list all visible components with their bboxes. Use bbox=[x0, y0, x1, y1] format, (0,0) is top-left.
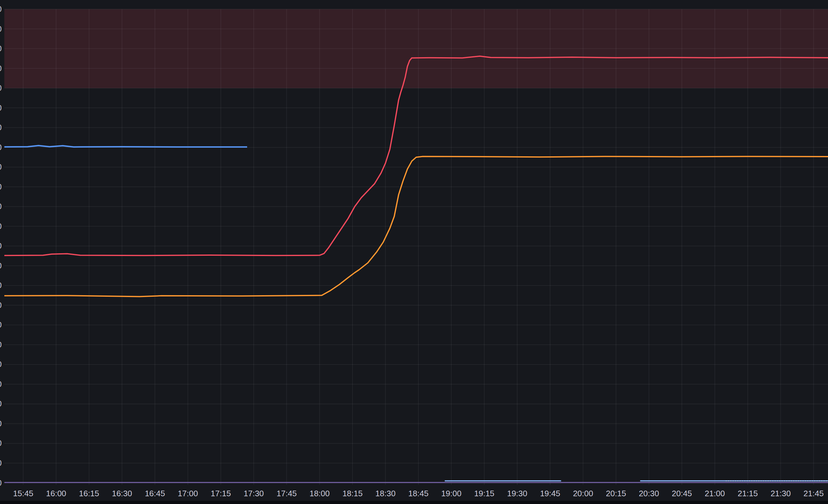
x-axis-label: 15:45 bbox=[13, 489, 33, 498]
x-axis-label: 20:30 bbox=[639, 489, 659, 498]
chart-canvas[interactable]: 15:4516:0016:1516:3016:4517:0017:1517:30… bbox=[0, 0, 828, 504]
y-axis-label-fragment: 0 bbox=[0, 459, 2, 467]
x-axis-labels: 15:4516:0016:1516:3016:4517:0017:1517:30… bbox=[13, 489, 824, 498]
x-axis-label: 16:00 bbox=[46, 489, 66, 498]
y-axis-label-fragment: 0 bbox=[0, 25, 2, 33]
x-axis-label: 18:15 bbox=[342, 489, 363, 498]
y-axis-label-fragment: 0 bbox=[0, 5, 2, 13]
x-axis-label: 17:45 bbox=[277, 489, 297, 498]
series-blue bbox=[3, 145, 247, 147]
x-axis-label: 21:15 bbox=[738, 489, 758, 498]
y-axis-label-fragment: 0 bbox=[0, 44, 2, 53]
y-axis-label-fragment: 0 bbox=[0, 202, 2, 211]
x-axis-label: 17:30 bbox=[244, 489, 264, 498]
x-axis-label: 21:30 bbox=[771, 489, 791, 498]
x-axis-label: 20:45 bbox=[672, 489, 692, 498]
y-axis-label-fragment: 0 bbox=[0, 222, 2, 230]
grafana-time-series-panel: 15:4516:0016:1516:3016:4517:0017:1517:30… bbox=[0, 0, 828, 504]
x-axis-label: 17:15 bbox=[211, 489, 231, 498]
y-axis-label-fragment: 0 bbox=[0, 84, 2, 92]
x-axis-label: 19:30 bbox=[507, 489, 527, 498]
y-axis-label-fragment: 0 bbox=[0, 360, 2, 369]
y-axis-label-fragment: 0 bbox=[0, 281, 2, 290]
x-axis-label: 21:45 bbox=[803, 489, 824, 498]
y-axis-label-fragment: 0 bbox=[0, 399, 2, 408]
y-axis-label-fragment: 0 bbox=[0, 242, 2, 250]
x-axis-label: 16:30 bbox=[112, 489, 132, 498]
y-axis-label-fragment: 0 bbox=[0, 478, 2, 487]
y-axis-label-fragment: 0 bbox=[0, 320, 2, 329]
x-axis-label: 19:00 bbox=[441, 489, 462, 498]
x-axis-label: 20:00 bbox=[573, 489, 593, 498]
y-axis-label-fragment: 0 bbox=[0, 340, 2, 349]
y-axis-clipped-labels: 0000000000000000000000000 bbox=[0, 5, 2, 487]
y-axis-label-fragment: 0 bbox=[0, 103, 2, 112]
y-axis-label-fragment: 0 bbox=[0, 123, 2, 132]
panel-bottom-edge bbox=[0, 501, 828, 504]
y-axis-label-fragment: 0 bbox=[0, 439, 2, 448]
x-axis-label: 21:00 bbox=[705, 489, 725, 498]
x-axis-label: 18:00 bbox=[309, 489, 330, 498]
y-axis-label-fragment: 0 bbox=[0, 261, 2, 270]
x-axis-label: 19:15 bbox=[474, 489, 495, 498]
y-axis-label-fragment: 0 bbox=[0, 163, 2, 171]
x-axis-label: 16:45 bbox=[145, 489, 165, 498]
y-axis-label-fragment: 0 bbox=[0, 143, 2, 152]
y-axis-label-fragment: 0 bbox=[0, 380, 2, 388]
y-axis-label-fragment: 0 bbox=[0, 182, 2, 191]
y-axis-label-fragment: 0 bbox=[0, 64, 2, 73]
x-axis-label: 16:15 bbox=[79, 489, 99, 498]
y-axis-label-fragment: 0 bbox=[0, 419, 2, 428]
x-axis-label: 20:15 bbox=[606, 489, 626, 498]
x-axis-label: 19:45 bbox=[540, 489, 560, 498]
series-lines bbox=[3, 56, 828, 482]
bottom-edge-strip bbox=[0, 501, 828, 504]
y-axis-label-fragment: 0 bbox=[0, 301, 2, 309]
x-axis-label: 18:45 bbox=[408, 489, 428, 498]
series-group bbox=[3, 56, 828, 482]
x-axis-label: 17:00 bbox=[178, 489, 198, 498]
x-axis-label: 18:30 bbox=[375, 489, 396, 498]
